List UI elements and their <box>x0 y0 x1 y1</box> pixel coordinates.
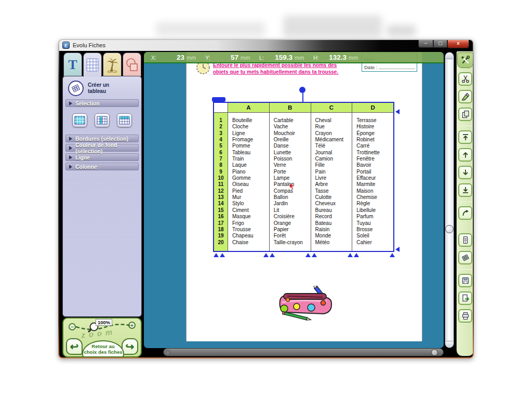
table-cell[interactable]: Croisière <box>274 214 311 220</box>
table-cell[interactable]: Médicament <box>315 137 352 143</box>
tab-image[interactable] <box>103 52 122 76</box>
undo-button[interactable]: ↩ <box>66 338 83 355</box>
row-number[interactable]: 14 <box>214 201 228 207</box>
paste-glue-button[interactable] <box>458 90 472 103</box>
table-cell[interactable]: Mouchoir <box>274 130 311 137</box>
word-table[interactable]: 1234567891011121314151617181920 ABouteil… <box>213 102 394 252</box>
row-number[interactable]: 10 <box>214 175 228 181</box>
table-cell[interactable]: Culotte <box>315 194 352 201</box>
row-number[interactable]: 17 <box>214 220 228 227</box>
section-selection[interactable]: Sélection <box>65 99 139 107</box>
table-cell[interactable]: Cartable <box>274 117 311 124</box>
send-to-back-button[interactable] <box>458 183 472 197</box>
table-cell[interactable]: Bouteille <box>232 117 269 124</box>
select-column-button[interactable] <box>95 113 110 127</box>
table-cell[interactable]: Brosse <box>356 227 393 233</box>
row-number[interactable]: 11 <box>214 181 228 188</box>
table-cell[interactable]: Cheval <box>315 117 352 124</box>
row-number[interactable]: 16 <box>214 214 228 220</box>
table-side-marker[interactable] <box>395 109 400 114</box>
table-cell[interactable]: Terrasse <box>356 117 393 124</box>
table-cell[interactable]: Gomme <box>232 175 269 181</box>
table-cell[interactable]: Chaise <box>232 240 269 246</box>
table-cell[interactable]: Taille-crayon <box>274 240 311 246</box>
table-cell[interactable]: Danse <box>274 143 311 149</box>
table-cell[interactable]: Parfum <box>356 214 393 220</box>
table-cell[interactable]: Ciment <box>232 207 269 214</box>
table-cell[interactable]: Pomme <box>232 143 269 149</box>
horizontal-scrollbar[interactable] <box>163 348 444 356</box>
row-number[interactable]: 20 <box>214 240 228 246</box>
table-bottom-marker[interactable] <box>214 253 219 257</box>
table-cell[interactable]: Tasse <box>315 188 352 194</box>
table-cell[interactable]: Éponge <box>356 130 393 137</box>
print-button[interactable] <box>458 309 472 323</box>
column-header[interactable]: C <box>311 103 352 113</box>
table-cell[interactable]: Chapeau <box>232 233 269 239</box>
close-button[interactable]: x <box>447 40 469 48</box>
table-cell[interactable]: Jardin <box>274 201 311 207</box>
title-bar[interactable]: E Evolu Fiches – ▢ x <box>59 40 473 51</box>
tab-shapes[interactable] <box>123 52 141 76</box>
column-header[interactable]: A <box>228 103 269 113</box>
copy-button[interactable] <box>458 108 472 121</box>
table-cell[interactable]: Poisson <box>274 156 311 162</box>
table-cell[interactable]: Ligne <box>232 130 269 137</box>
table-cell[interactable]: Bavoir <box>356 162 393 168</box>
table-cell[interactable]: Raisin <box>315 227 352 233</box>
scroll-down-button[interactable] <box>446 341 453 347</box>
table-cell[interactable]: Record <box>315 214 352 220</box>
table-cell[interactable]: Pain <box>315 169 352 175</box>
tab-text[interactable]: T <box>63 52 82 76</box>
table-cell[interactable]: Forêt <box>274 233 311 239</box>
table-cell[interactable]: Télé <box>315 143 352 149</box>
section-row[interactable]: Ligne <box>65 153 139 161</box>
table-corner-cell[interactable] <box>214 103 228 113</box>
table-cell[interactable]: Cahier <box>356 240 393 246</box>
table-cell[interactable]: Lampe <box>274 175 311 181</box>
row-number[interactable]: 13 <box>214 194 228 201</box>
table-cell[interactable]: Règle <box>356 201 393 207</box>
table-bottom-marker[interactable] <box>354 253 359 257</box>
table-cell[interactable]: Camion <box>315 156 352 162</box>
save-button[interactable] <box>458 274 472 287</box>
table-pin-handle[interactable] <box>299 87 305 93</box>
row-number[interactable]: 18 <box>214 227 228 233</box>
table-cell[interactable]: Masque <box>232 214 269 220</box>
maximize-button[interactable]: ▢ <box>433 40 447 48</box>
table-cell[interactable]: Cheveux <box>315 201 352 207</box>
table-drag-handle[interactable] <box>212 97 225 102</box>
table-cell[interactable]: Marmite <box>356 181 393 188</box>
bring-to-front-button[interactable] <box>458 130 472 144</box>
instruction-text[interactable]: Entoure le plus rapidement possible les … <box>213 62 338 75</box>
table-cell[interactable]: Ballon <box>274 194 311 201</box>
pencil-case-image[interactable] <box>275 286 337 323</box>
table-bottom-marker[interactable] <box>220 253 225 257</box>
table-cell[interactable]: Météo <box>315 240 352 246</box>
table-bottom-marker[interactable] <box>348 253 353 257</box>
minimize-button[interactable]: – <box>418 40 433 48</box>
table-cell[interactable]: Laque <box>232 162 269 168</box>
table-cell[interactable]: Stylo <box>232 201 269 207</box>
table-cell[interactable]: Histoire <box>356 124 393 130</box>
table-cell[interactable]: Lunette <box>274 150 311 156</box>
table-cell[interactable]: Orange <box>274 220 311 227</box>
table-cell[interactable]: Vache <box>274 124 311 130</box>
table-cell[interactable]: Oiseau <box>232 181 269 188</box>
table-cell[interactable]: Frigo <box>232 220 269 227</box>
export-button[interactable] <box>458 291 472 305</box>
rotate-flip-button[interactable] <box>458 206 472 220</box>
table-cell[interactable]: Bureau <box>315 207 352 214</box>
table-cell[interactable]: Chemise <box>356 194 393 201</box>
calculator-button[interactable] <box>458 233 472 247</box>
table-cell[interactable]: Bateau <box>315 220 352 227</box>
table-cell[interactable]: Trousse <box>232 227 269 233</box>
horizontal-scroll-thumb[interactable] <box>431 349 438 356</box>
table-bottom-marker[interactable] <box>263 253 269 257</box>
table-cell[interactable]: Fenêtre <box>356 156 393 162</box>
move-up-button[interactable] <box>458 148 472 162</box>
table-tool-button[interactable] <box>458 251 472 264</box>
table-cell[interactable]: Rue <box>315 124 352 130</box>
create-table-button[interactable]: Créer untableau <box>68 81 136 96</box>
tools-button[interactable] <box>457 52 473 68</box>
